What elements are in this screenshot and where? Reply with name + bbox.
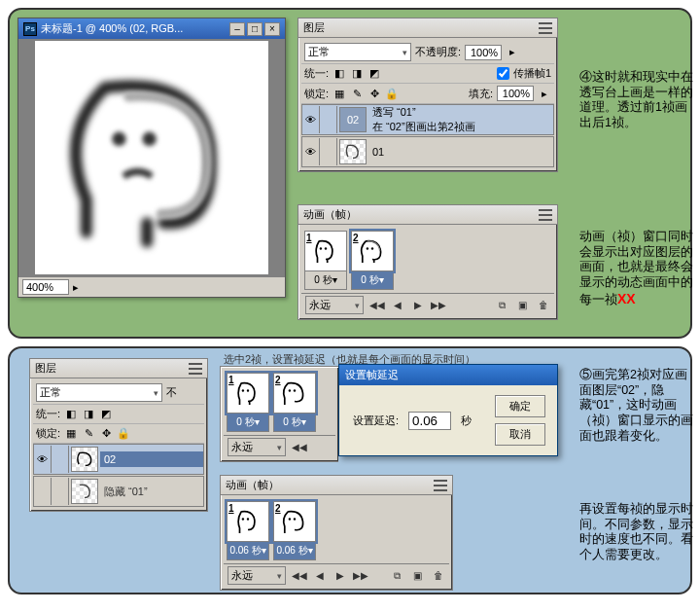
first-frame-button[interactable]: ◀◀	[369, 298, 384, 312]
frame-1[interactable]: 1 0 秒▾	[227, 373, 269, 432]
visibility-toggle-icon[interactable]: 👁	[302, 106, 320, 133]
drawing-content	[35, 41, 268, 274]
lock-label: 锁定:	[36, 426, 60, 441]
chevron-right-icon[interactable]: ▸	[506, 46, 519, 59]
ok-button[interactable]: 确定	[495, 395, 545, 417]
animation-panel-upper: 1 0 秒▾ 2 0 秒▾ 永远▾ ◀◀	[220, 366, 338, 462]
svg-point-1	[142, 132, 156, 146]
lock-brush-icon[interactable]: ✎	[350, 87, 364, 100]
layer-row-02[interactable]: 👁 02	[33, 444, 204, 475]
animation-panel: 动画（帧） 1 0 秒▾ 2 0 秒▾ 永远▾ ◀◀ ◀ ▶ ▶▶	[298, 204, 558, 320]
zoom-level[interactable]: 400%	[22, 279, 69, 295]
lock-all-icon[interactable]: 🔒	[117, 427, 130, 441]
unify-position-icon[interactable]: ◧	[332, 67, 346, 81]
frame-delay[interactable]: 0 秒▾	[304, 271, 347, 290]
visibility-toggle-icon[interactable]: 👁	[302, 138, 320, 165]
link-cell[interactable]	[52, 478, 69, 505]
unify-label: 统一:	[304, 66, 329, 81]
layer-thumb-02: 02	[339, 107, 367, 132]
annotation-4: ④这时就和现实中在透写台上画是一样的道理。透过前1祯画出后1祯。	[579, 70, 696, 131]
chevron-right-icon[interactable]: ▸	[538, 87, 551, 100]
chevron-right-icon[interactable]: ▸	[69, 280, 83, 294]
link-cell[interactable]	[52, 446, 69, 473]
frame-delay[interactable]: 0.06 秒▾	[273, 542, 316, 560]
opacity-label: 不透明度:	[415, 45, 461, 59]
lock-brush-icon[interactable]: ✎	[82, 427, 95, 441]
annotation-anim: 动画（祯）窗口同时会显示出对应图层的画面，也就是最终会显示的动态画面中的每一祯X…	[579, 230, 696, 307]
next-frame-button[interactable]: ▶▶	[431, 298, 445, 312]
unify-label: 统一:	[36, 407, 60, 421]
frame-2[interactable]: 2 0 秒▾	[351, 231, 394, 290]
unify-visibility-icon[interactable]: ◨	[350, 67, 364, 81]
play-button[interactable]: ▶	[410, 298, 425, 312]
status-bar: 400% ▸	[18, 276, 285, 297]
cancel-button[interactable]: 取消	[495, 423, 545, 446]
lock-transparency-icon[interactable]: ▦	[332, 87, 346, 100]
layer-row-02[interactable]: 👁 02 透写 “01” 在 “02”图画出第2祯画	[301, 104, 554, 135]
close-button[interactable]: ×	[264, 22, 280, 36]
fill-field[interactable]: 100%	[497, 86, 534, 101]
play-button[interactable]: ▶	[332, 568, 347, 583]
blend-mode-dropdown[interactable]: 正常▾	[304, 43, 411, 61]
frame-delay[interactable]: 0 秒▾	[227, 414, 269, 432]
loop-dropdown[interactable]: 永远▾	[228, 566, 286, 585]
delete-frame-button[interactable]: 🗑	[431, 568, 445, 583]
loop-dropdown[interactable]: 永远▾	[305, 296, 364, 314]
first-frame-button[interactable]: ◀◀	[292, 568, 306, 583]
delay-input[interactable]	[408, 412, 451, 430]
svg-point-7	[247, 389, 249, 391]
panel-menu-icon[interactable]	[434, 480, 447, 491]
layer-row-01[interactable]: 👁 01	[301, 136, 554, 167]
titlebar[interactable]: Ps 未标题-1 @ 400% (02, RGB... – □ ×	[18, 18, 285, 39]
lock-move-icon[interactable]: ✥	[368, 87, 381, 100]
minimize-button[interactable]: –	[229, 22, 245, 36]
frame-2[interactable]: 2 0.06 秒▾	[273, 501, 316, 560]
unify-style-icon[interactable]: ◩	[368, 67, 381, 81]
unify-visibility-icon[interactable]: ◨	[82, 408, 95, 421]
layer-row-01[interactable]: 隐藏 “01”	[33, 476, 204, 507]
lock-label: 锁定:	[304, 87, 329, 101]
layers-panel-title: 图层	[35, 361, 56, 376]
opacity-field[interactable]: 100%	[465, 45, 502, 60]
lock-move-icon[interactable]: ✥	[99, 427, 113, 441]
tween-button[interactable]: ⧉	[390, 568, 404, 583]
propagate-checkbox[interactable]	[497, 67, 509, 80]
document-window: Ps 未标题-1 @ 400% (02, RGB... – □ ×	[18, 18, 286, 298]
delete-frame-button[interactable]: 🗑	[536, 298, 550, 312]
layer-thumb-02	[71, 447, 98, 472]
lock-transparency-icon[interactable]: ▦	[64, 427, 78, 441]
canvas[interactable]	[35, 41, 268, 274]
layer-02-label: 02	[100, 451, 203, 467]
frame-2[interactable]: 2 0 秒▾	[273, 373, 316, 432]
maximize-button[interactable]: □	[247, 22, 262, 36]
frame-1[interactable]: 1 0 秒▾	[304, 231, 347, 290]
unify-style-icon[interactable]: ◩	[99, 408, 113, 421]
frame-1[interactable]: 1 0.06 秒▾	[227, 501, 269, 560]
frame-delay[interactable]: 0 秒▾	[273, 414, 316, 432]
svg-point-5	[371, 247, 373, 249]
loop-dropdown[interactable]: 永远▾	[228, 438, 286, 456]
link-cell[interactable]	[320, 106, 337, 133]
panel-menu-icon[interactable]	[539, 209, 552, 221]
unify-position-icon[interactable]: ◧	[64, 408, 78, 421]
tween-button[interactable]: ⧉	[495, 298, 509, 312]
opacity-abbr: 不	[166, 385, 177, 400]
frame-delay[interactable]: 0 秒▾	[351, 271, 394, 290]
new-frame-button[interactable]: ▣	[515, 298, 530, 312]
lock-all-icon[interactable]: 🔒	[385, 87, 399, 100]
ps-icon: Ps	[23, 22, 37, 36]
visibility-toggle-icon[interactable]: 👁	[34, 446, 52, 473]
panel-menu-icon[interactable]	[539, 22, 552, 34]
new-frame-button[interactable]: ▣	[410, 568, 425, 583]
svg-point-3	[325, 247, 327, 249]
frame-delay[interactable]: 0.06 秒▾	[227, 542, 269, 560]
panel-menu-icon[interactable]	[189, 363, 202, 375]
svg-point-6	[242, 389, 244, 391]
visibility-toggle-icon[interactable]	[34, 478, 52, 505]
prev-frame-button[interactable]: ◀	[390, 298, 404, 312]
link-cell[interactable]	[320, 138, 337, 165]
first-frame-button[interactable]: ◀◀	[292, 440, 306, 454]
blend-mode-dropdown[interactable]: 正常▾	[36, 383, 162, 402]
prev-frame-button[interactable]: ◀	[312, 568, 327, 583]
next-frame-button[interactable]: ▶▶	[353, 568, 368, 583]
